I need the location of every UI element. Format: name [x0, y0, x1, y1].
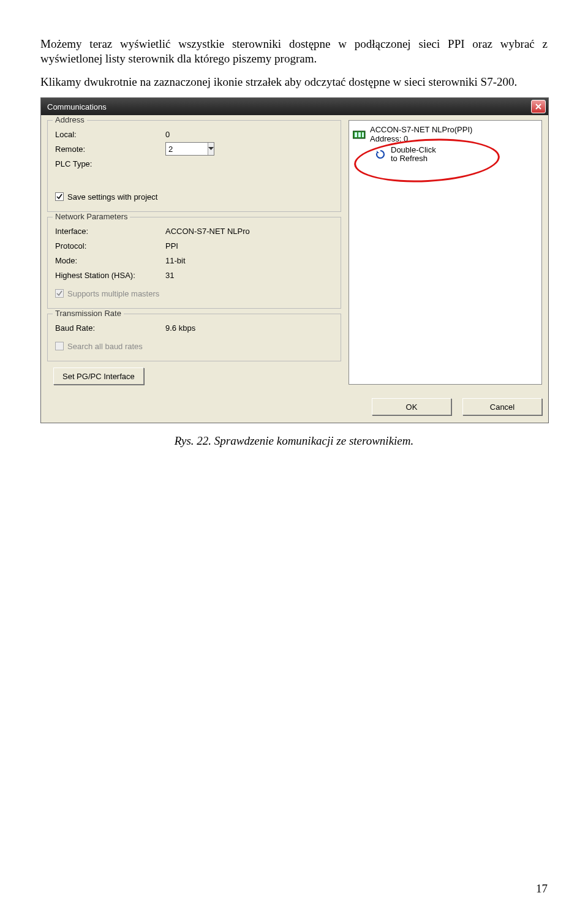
mode-value: 11-bit — [165, 256, 186, 265]
baud-label: Baud Rate: — [55, 323, 165, 333]
baud-value: 9.6 kbps — [165, 323, 195, 333]
dialog-titlebar: Communications — [41, 98, 548, 115]
network-group-title: Network Parameters — [53, 212, 130, 221]
hsa-value: 31 — [165, 271, 174, 280]
svg-rect-2 — [358, 132, 361, 137]
search-baud-label: Search all baud rates — [67, 342, 143, 351]
tree-root-line1: ACCON-S7-NET NLPro(PPI) — [370, 126, 472, 134]
page-number: 17 — [536, 882, 548, 895]
figure-screenshot: Communications Address Local: 0 Remote: — [40, 97, 548, 448]
svg-rect-3 — [362, 132, 364, 137]
mode-label: Mode: — [55, 256, 165, 265]
address-group-title: Address — [53, 115, 87, 124]
interface-label: Interface: — [55, 227, 165, 236]
save-settings-checkbox[interactable] — [55, 192, 64, 201]
local-label: Local: — [55, 130, 165, 139]
remote-dropdown[interactable] — [165, 142, 214, 156]
svg-rect-1 — [355, 132, 357, 137]
local-value: 0 — [165, 130, 170, 139]
remote-label: Remote: — [55, 145, 165, 154]
supports-masters-label: Supports multiple masters — [67, 289, 159, 298]
cancel-button[interactable]: Cancel — [462, 398, 542, 415]
transmission-group-title: Transmission Rate — [53, 309, 124, 318]
communications-dialog: Communications Address Local: 0 Remote: — [40, 97, 549, 423]
search-baud-checkbox — [55, 342, 64, 350]
tree-refresh-item[interactable]: Double-Click to Refresh — [374, 145, 538, 165]
remote-input[interactable] — [166, 145, 208, 154]
interface-value: ACCON-S7-NET NLPro — [165, 227, 250, 236]
protocol-value: PPI — [165, 241, 178, 251]
tree-root-line2: Address: 0 — [370, 135, 472, 143]
set-pg-pc-button[interactable]: Set PG/PC Interface — [53, 368, 144, 385]
paragraph-1: Możemy teraz wyświetlić wszystkie sterow… — [40, 37, 548, 66]
tree-root-item[interactable]: ACCON-S7-NET NLPro(PPI) Address: 0 — [353, 124, 538, 145]
device-tree-panel: ACCON-S7-NET NLPro(PPI) Address: 0 Doubl… — [349, 120, 542, 385]
hsa-label: Highest Station (HSA): — [55, 271, 165, 280]
close-button[interactable] — [531, 100, 546, 113]
tree-refresh-line1: Double-Click — [391, 146, 436, 154]
module-icon — [353, 129, 366, 140]
plc-type-label: PLC Type: — [55, 159, 165, 168]
network-group: Network Parameters Interface: ACCON-S7-N… — [47, 217, 341, 309]
figure-caption: Rys. 22. Sprawdzenie komunikacji ze ster… — [40, 434, 548, 448]
supports-masters-checkbox — [55, 289, 64, 298]
protocol-label: Protocol: — [55, 241, 165, 251]
transmission-group: Transmission Rate Baud Rate: 9.6 kbps Se… — [47, 314, 341, 361]
refresh-icon — [374, 149, 387, 160]
tree-refresh-line2: to Refresh — [391, 154, 436, 163]
ok-button[interactable]: OK — [372, 398, 451, 415]
save-settings-label: Save settings with project — [67, 192, 157, 202]
paragraph-2: Klikamy dwukrotnie na zaznaczonej ikonie… — [40, 75, 548, 89]
chevron-down-icon[interactable] — [208, 143, 214, 155]
address-group: Address Local: 0 Remote: — [47, 120, 341, 212]
dialog-title: Communications — [47, 102, 107, 111]
